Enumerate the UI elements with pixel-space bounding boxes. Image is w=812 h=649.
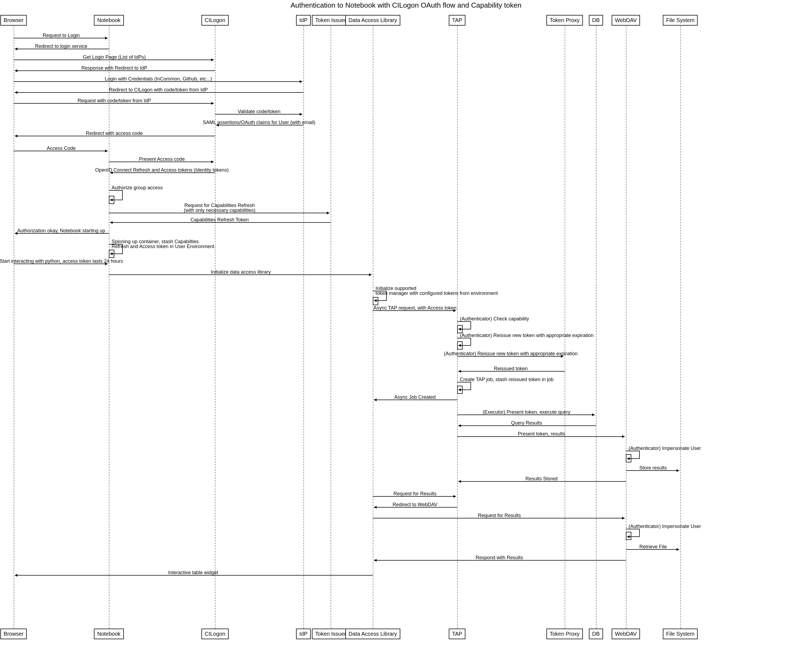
msg-auth-ok: Authorization okay, Notebook starting up xyxy=(17,228,105,234)
lifeline-token-proxy xyxy=(565,26,565,629)
activation-tap-reissue1 xyxy=(457,341,462,349)
msg-redirect-access-code: Redirect with access code xyxy=(86,131,143,136)
msg-present-token-results: Present token, results xyxy=(518,431,565,437)
msg-openid-tokens: OpenID Connect Refresh and Access tokens… xyxy=(95,167,229,173)
msg-results-stored: Results Stored xyxy=(525,476,557,482)
lifeline-notebook xyxy=(109,26,109,629)
lifeline-dal xyxy=(373,26,373,629)
participant-dal: Data Access Library xyxy=(345,15,400,26)
participant-idp: IdP xyxy=(296,15,311,26)
activation-dal-init xyxy=(373,297,378,305)
msg-get-login-page: Get Login Page (List of IdPs) xyxy=(83,55,146,60)
activation-authorize-group xyxy=(109,196,114,204)
msg-redirect-login-service: Redirect to login service xyxy=(35,44,87,49)
participant-fs: File System xyxy=(663,15,698,26)
msg-webdav-impersonate2: (Authenticator) Impersonate User xyxy=(629,524,701,529)
msg-async-job-created: Async Job Created xyxy=(394,395,436,400)
msg-request-cap-refresh-b: (with only necessary capabilities) xyxy=(184,207,255,213)
participant-db-bottom: DB xyxy=(589,629,603,639)
participant-dal-bottom: Data Access Library xyxy=(345,629,400,639)
msg-redirect-webdav: Redirect to WebDAV xyxy=(393,502,437,507)
participant-webdav-bottom: WebDAV xyxy=(612,629,640,639)
diagram-canvas: Authentication to Notebook with CILogon … xyxy=(0,0,812,649)
msg-init-dal: Initialize data access library xyxy=(211,269,271,275)
msg-request-results: Request for Results xyxy=(394,491,437,497)
participant-token-issuer: Token Issuer xyxy=(312,15,349,26)
lifeline-idp xyxy=(304,26,304,629)
msg-executor-present-token: (Executor) Present token, execute query xyxy=(483,409,570,415)
msg-saml-claims: SAML assertions/OAuth claims for User (w… xyxy=(203,120,315,125)
lifeline-db xyxy=(596,26,597,629)
participant-browser: Browser xyxy=(0,15,27,26)
diagram-title: Authentication to Notebook with CILogon … xyxy=(0,1,812,9)
msg-access-code: Access Code xyxy=(47,146,76,151)
lifeline-token-issuer xyxy=(331,26,331,629)
arrows-overlay xyxy=(0,0,812,649)
msg-reissued-token: Reissued token xyxy=(494,366,528,372)
participant-token-proxy-bottom: Token Proxy xyxy=(546,629,583,639)
participant-token-issuer-bottom: Token Issuer xyxy=(312,629,349,639)
msg-request-results-webdav: Request for Results xyxy=(478,513,521,518)
activation-tap-check xyxy=(457,325,462,333)
msg-tap-reissue2: (Authenticator) Reissue new token with a… xyxy=(444,351,577,356)
msg-redirect-cilogon: Redirect to CILogon with code/token from… xyxy=(109,87,208,93)
lifeline-cilogon xyxy=(215,26,215,629)
activation-webdav-impersonate2 xyxy=(626,532,631,540)
participant-idp-bottom: IdP xyxy=(296,629,311,639)
lifeline-fs xyxy=(680,26,681,629)
msg-spin-container-b: Refresh and Access token in User Environ… xyxy=(111,244,214,250)
msg-respond-results: Respond with Results xyxy=(476,555,523,561)
msg-validate-code: Validate code/token xyxy=(238,109,281,114)
msg-create-tap-job: Create TAP job, stash reissued token in … xyxy=(460,377,554,382)
participant-cilogon-bottom: CILogon xyxy=(201,629,229,639)
msg-authorize-group: Authorize group access xyxy=(111,185,163,191)
participant-db: DB xyxy=(589,15,603,26)
participant-webdav: WebDAV xyxy=(612,15,640,26)
msg-retrieve-file: Retrieve File xyxy=(639,544,667,550)
msg-store-results: Store results xyxy=(639,465,667,471)
participant-fs-bottom: File System xyxy=(663,629,698,639)
participant-notebook: Notebook xyxy=(94,15,124,26)
activation-tap-createjob xyxy=(457,386,462,394)
msg-response-redirect-idp: Response with Redirect to IdP xyxy=(81,65,147,71)
activation-webdav-impersonate xyxy=(626,454,631,462)
participant-tap-bottom: TAP xyxy=(449,629,466,639)
msg-request-code-token: Request with code/token from IdP xyxy=(78,98,151,104)
msg-init-token-mgr-b: token manager with configured tokens fro… xyxy=(375,291,498,296)
msg-webdav-impersonate: (Authenticator) Impersonate User xyxy=(629,446,701,451)
msg-cap-refresh-token: Capabilities Refresh Token xyxy=(191,217,249,223)
participant-notebook-bottom: Notebook xyxy=(94,629,124,639)
msg-request-login: Request to Login xyxy=(43,33,80,38)
participant-cilogon: CILogon xyxy=(201,15,229,26)
msg-tap-reissue1: (Authenticator) Reissue new token with a… xyxy=(460,333,594,338)
msg-login-credentials: Login with Credentials (InCommon, Github… xyxy=(105,76,212,82)
participant-tap: TAP xyxy=(449,15,466,26)
msg-interactive-widget: Interactive table widget xyxy=(168,570,218,576)
msg-async-tap-request: Async TAP request, with Access token xyxy=(373,305,456,311)
activation-spin-container xyxy=(109,250,114,258)
participant-token-proxy: Token Proxy xyxy=(546,15,583,26)
msg-query-results: Query Results xyxy=(511,420,542,426)
msg-start-python: Start interacting with python, access to… xyxy=(0,258,123,264)
msg-present-access-code: Present Access code xyxy=(139,156,185,162)
msg-tap-check-cap: (Authenticator) Check capability xyxy=(460,316,529,322)
lifeline-browser xyxy=(14,26,14,629)
participant-browser-bottom: Browser xyxy=(0,629,27,639)
